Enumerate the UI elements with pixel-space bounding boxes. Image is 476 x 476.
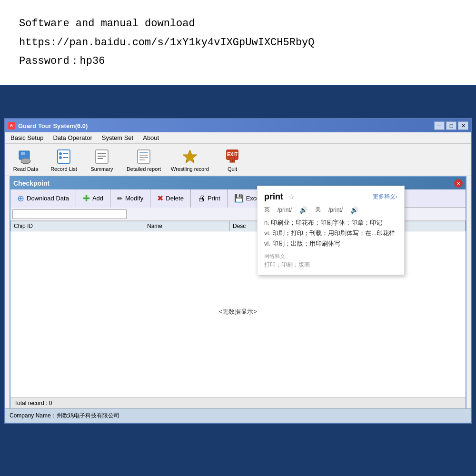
wrestling-record-icon xyxy=(181,148,198,165)
menu-bar: Basic Setup Data Operator System Set Abo… xyxy=(5,132,471,144)
detailed-report-icon xyxy=(135,148,152,165)
menu-item-about[interactable]: About xyxy=(139,133,163,142)
en-label: 英 xyxy=(264,206,270,214)
quit-icon: EXIT xyxy=(224,148,241,165)
tooltip-header: print ☆ 更多释义› xyxy=(264,192,397,202)
svg-rect-9 xyxy=(96,150,108,163)
def-vi: vi. 印刷；出版；用印刷体写 xyxy=(264,238,397,249)
toolbar: Read Data Record List xyxy=(5,144,471,176)
quit-button[interactable]: EXIT Quit xyxy=(215,146,249,174)
checkpoint-title: Checkpoint xyxy=(13,179,50,187)
delete-button[interactable]: ✖ Delete xyxy=(150,189,191,208)
top-text-area: Software and manual download https://pan… xyxy=(0,0,476,85)
total-record: Total record : 0 xyxy=(14,400,52,407)
top-line3: Password：hp36 xyxy=(19,52,457,71)
read-data-label: Read Data xyxy=(13,166,39,172)
pos-noun: n. xyxy=(264,219,269,226)
network-meanings: 打印；印刷；版画 xyxy=(264,261,397,269)
title-bar-left: A Guard Tour System(6.0) xyxy=(8,122,88,129)
tooltip-network: 网络释义 打印；印刷；版画 xyxy=(264,253,397,269)
app-icon: A xyxy=(8,122,15,129)
us-label: 美 xyxy=(315,206,321,214)
print-button[interactable]: 🖨 Print xyxy=(191,189,228,208)
download-data-label: Download Data xyxy=(27,195,69,202)
summary-label: Summary xyxy=(90,166,113,172)
download-data-button[interactable]: ⊕ Download Data xyxy=(10,189,76,208)
us-sound-icon[interactable]: 🔊 xyxy=(350,206,358,214)
window-title: Guard Tour System(6.0) xyxy=(18,122,88,129)
svg-marker-18 xyxy=(183,150,197,163)
maximize-button[interactable]: □ xyxy=(446,121,456,130)
record-list-button[interactable]: Record List xyxy=(47,146,81,174)
add-button[interactable]: ✚ Add xyxy=(76,189,110,208)
modify-button[interactable]: ✏ Modify xyxy=(110,189,150,208)
status-bar: Total record : 0 xyxy=(10,397,466,408)
checkpoint-close-button[interactable]: ✕ xyxy=(454,179,463,188)
tooltip-word-area: print ☆ xyxy=(264,192,295,202)
quit-label: Quit xyxy=(228,166,237,172)
def-vi-text: 印刷；出版；用印刷体写 xyxy=(272,240,340,247)
tooltip-pronunciation: 英 /print/ 🔊 美 /print/ 🔊 xyxy=(264,206,397,214)
col-name: Name xyxy=(144,221,230,231)
tooltip-more-link[interactable]: 更多释义› xyxy=(373,193,397,201)
modify-icon: ✏ xyxy=(117,195,123,202)
svg-point-5 xyxy=(59,152,62,155)
print-label: Print xyxy=(208,195,220,202)
col-chip-id: Chip ID xyxy=(11,221,144,231)
top-line1: Software and manual download xyxy=(19,14,457,33)
record-list-label: Record List xyxy=(50,166,77,172)
def-noun-text: 印刷业；印花布；印刷字体；印章；印记 xyxy=(271,219,382,226)
wrestling-record-label: Wrestling record xyxy=(171,166,209,172)
search-input[interactable] xyxy=(12,209,127,219)
minimize-button[interactable]: ─ xyxy=(434,121,445,130)
pos-vt: vt. xyxy=(264,229,271,237)
read-data-icon xyxy=(17,148,34,165)
menu-item-data-operator[interactable]: Data Operator xyxy=(49,133,96,142)
record-list-icon xyxy=(55,148,72,165)
network-label: 网络释义 xyxy=(264,253,397,260)
tooltip-star: ☆ xyxy=(288,193,295,201)
company-label: Company Name： xyxy=(10,412,57,420)
excel-icon: 💾 xyxy=(234,194,244,203)
tooltip-word: print xyxy=(264,192,283,201)
svg-rect-13 xyxy=(138,150,150,163)
delete-icon: ✖ xyxy=(157,194,163,203)
pos-vi: vi. xyxy=(264,240,270,247)
company-bar: Company Name： 州欧鸡电子科技有限公司 xyxy=(5,408,471,423)
read-data-button[interactable]: Read Data xyxy=(9,146,43,174)
close-button[interactable]: ✕ xyxy=(458,121,468,130)
company-name: 州欧鸡电子科技有限公司 xyxy=(57,412,119,420)
summary-icon xyxy=(93,148,110,165)
def-vt-text: 印刷；打印；刊载；用印刷体写；在...印花样 xyxy=(272,229,395,237)
svg-point-3 xyxy=(21,159,30,163)
add-icon: ✚ xyxy=(83,193,90,204)
tooltip-definitions: n. 印刷业；印花布；印刷字体；印章；印记 vt. 印刷；打印；刊载；用印刷体写… xyxy=(264,218,397,249)
print-icon: 🖨 xyxy=(198,194,205,203)
title-bar: A Guard Tour System(6.0) ─ □ ✕ xyxy=(5,119,471,132)
svg-rect-1 xyxy=(21,152,25,155)
dictionary-tooltip: print ☆ 更多释义› 英 /print/ 🔊 美 /print/ 🔊 n.… xyxy=(257,186,405,275)
download-data-icon: ⊕ xyxy=(17,193,24,204)
menu-item-system-set[interactable]: System Set xyxy=(98,133,137,142)
wrestling-record-button[interactable]: Wrestling record xyxy=(169,146,211,174)
summary-button[interactable]: Summary xyxy=(85,146,119,174)
detailed-report-label: Detailed report xyxy=(127,166,161,172)
svg-text:EXIT: EXIT xyxy=(227,152,238,157)
top-line2: https://pan.baidu.com/s/1xY1ky4vIXGpUwIX… xyxy=(19,33,457,52)
menu-item-basic-setup[interactable]: Basic Setup xyxy=(7,133,47,142)
en-pronunciation: /print/ xyxy=(278,207,292,213)
detailed-report-button[interactable]: Detailed report xyxy=(123,146,165,174)
modify-label: Modify xyxy=(125,195,143,202)
delete-label: Delete xyxy=(166,195,184,202)
title-bar-buttons: ─ □ ✕ xyxy=(434,121,468,130)
def-vt: vt. 印刷；打印；刊载；用印刷体写；在...印花样 xyxy=(264,228,397,238)
def-noun: n. 印刷业；印花布；印刷字体；印章；印记 xyxy=(264,218,397,228)
add-label: Add xyxy=(92,195,103,202)
us-pronunciation: /print/ xyxy=(328,207,343,213)
svg-point-7 xyxy=(59,156,62,159)
en-sound-icon[interactable]: 🔊 xyxy=(299,206,307,214)
